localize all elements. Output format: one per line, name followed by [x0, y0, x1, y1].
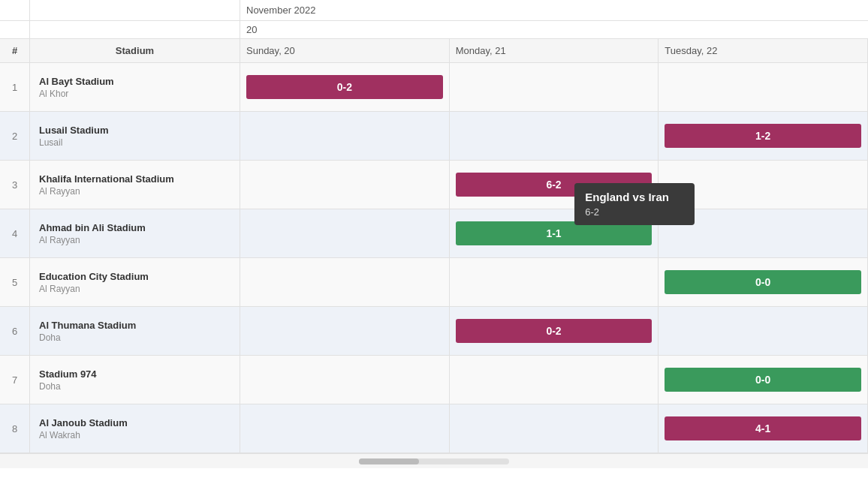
stadium-name: Education City Stadium — [39, 271, 231, 282]
table-row: 4Ahmad bin Ali StadiumAl Rayyan1-1 — [0, 209, 868, 258]
table-row: 7Stadium 974Doha0-0 — [0, 356, 868, 404]
match-cell-r7-d1 — [450, 404, 659, 452]
match-bar[interactable]: 0-0 — [665, 270, 861, 294]
match-cell-r4-d2[interactable]: 0-0 — [659, 258, 868, 306]
stadium-name: Ahmad bin Ali Stadium — [39, 222, 231, 233]
row-num: 1 — [0, 63, 30, 111]
table-row: 2Lusail StadiumLusail1-2 — [0, 112, 868, 161]
row-num: 4 — [0, 209, 30, 257]
month-header: November 2022 — [0, 0, 868, 21]
row-stadium: Lusail StadiumLusail — [30, 112, 240, 160]
rows-container: 1Al Bayt StadiumAl Khor0-22Lusail Stadiu… — [0, 63, 868, 453]
scrollbar-area[interactable] — [0, 453, 868, 468]
day-header-1: Monday, 21 — [450, 39, 659, 62]
match-cell-r1-d1 — [450, 112, 659, 160]
stadium-city: Doha — [39, 332, 231, 343]
month-label: November 2022 — [240, 0, 868, 20]
day-header-2: Tuesday, 22 — [659, 39, 868, 62]
scrollbar-thumb[interactable] — [359, 458, 419, 464]
row-stadium: Stadium 974Doha — [30, 356, 240, 404]
match-cell-r5-d2 — [659, 307, 868, 355]
match-cell-r2-d1[interactable]: England vs Iran6-26-2 — [450, 161, 659, 209]
match-cell-r4-d0 — [240, 258, 450, 306]
table-row: 3Khalifa International StadiumAl RayyanE… — [0, 161, 868, 209]
stadium-city: Doha — [39, 381, 231, 392]
row-stadium: Al Janoub StadiumAl Wakrah — [30, 404, 240, 452]
stadium-name: Al Janoub Stadium — [39, 417, 231, 428]
match-bar[interactable]: 1-2 — [665, 124, 861, 148]
stadium-city: Al Rayyan — [39, 235, 231, 245]
stadium-city: Lusail — [39, 137, 231, 148]
match-cell-r5-d0 — [240, 307, 450, 355]
match-cell-r7-d2[interactable]: 4-1 — [659, 404, 868, 452]
day-num-stadium-cell — [30, 21, 240, 38]
match-bar[interactable]: 0-0 — [665, 368, 861, 392]
row-num: 3 — [0, 161, 30, 209]
scrollbar-track[interactable] — [359, 458, 509, 464]
hash-header: # — [0, 39, 30, 62]
stadium-city: Al Rayyan — [39, 284, 231, 294]
table-row: 6Al Thumana StadiumDoha0-2 — [0, 307, 868, 356]
table-row: 1Al Bayt StadiumAl Khor0-2 — [0, 63, 868, 112]
row-num: 7 — [0, 356, 30, 404]
stadium-city: Al Rayyan — [39, 186, 231, 197]
match-bar[interactable]: 1-1 — [456, 221, 653, 245]
match-cell-r6-d2[interactable]: 0-0 — [659, 356, 868, 404]
match-cell-r4-d1 — [450, 258, 659, 306]
stadium-name: Lusail Stadium — [39, 125, 231, 136]
match-bar[interactable]: 0-2 — [456, 319, 653, 343]
stadium-city: Al Khor — [39, 89, 231, 99]
match-cell-r6-d1 — [450, 356, 659, 404]
table-row: 5Education City StadiumAl Rayyan0-0 — [0, 258, 868, 307]
match-bar[interactable]: 6-2 — [456, 173, 653, 197]
row-stadium: Al Bayt StadiumAl Khor — [30, 63, 240, 111]
match-cell-r5-d1[interactable]: 0-2 — [450, 307, 659, 355]
match-cell-r0-d1 — [450, 63, 659, 111]
match-cell-r1-d0 — [240, 112, 450, 160]
main-container: November 2022 20 # Stadium Sunday, 20 Mo… — [0, 0, 868, 481]
row-stadium: Education City StadiumAl Rayyan — [30, 258, 240, 306]
match-cell-r7-d0 — [240, 404, 450, 452]
match-bar[interactable]: 0-2 — [246, 75, 443, 99]
match-cell-r1-d2[interactable]: 1-2 — [659, 112, 868, 160]
stadium-name: Stadium 974 — [39, 368, 231, 380]
day-header-0: Sunday, 20 — [240, 39, 450, 62]
day-num-header: 20 — [0, 21, 868, 39]
match-cell-r0-d0[interactable]: 0-2 — [240, 63, 450, 111]
stadium-header: Stadium — [30, 39, 240, 62]
row-num: 2 — [0, 112, 30, 160]
month-stadium-cell — [30, 0, 240, 20]
match-cell-r3-d2 — [659, 209, 868, 257]
match-cell-r2-d2 — [659, 161, 868, 209]
match-cell-r2-d0 — [240, 161, 450, 209]
day-num-num-cell — [0, 21, 30, 38]
row-stadium: Ahmad bin Ali StadiumAl Rayyan — [30, 209, 240, 257]
match-cell-r3-d0 — [240, 209, 450, 257]
day-num-label: 20 — [240, 21, 868, 38]
stadium-name: Al Thumana Stadium — [39, 320, 231, 331]
row-num: 5 — [0, 258, 30, 306]
match-cell-r6-d0 — [240, 356, 450, 404]
row-stadium: Khalifa International StadiumAl Rayyan — [30, 161, 240, 209]
stadium-name: Al Bayt Stadium — [39, 76, 231, 87]
month-num-cell — [0, 0, 30, 20]
table-row: 8Al Janoub StadiumAl Wakrah4-1 — [0, 404, 868, 453]
match-cell-r3-d1[interactable]: 1-1 — [450, 209, 659, 257]
days-header: # Stadium Sunday, 20 Monday, 21 Tuesday,… — [0, 39, 868, 63]
stadium-city: Al Wakrah — [39, 430, 231, 440]
row-num: 8 — [0, 404, 30, 452]
match-cell-r0-d2 — [659, 63, 868, 111]
row-num: 6 — [0, 307, 30, 355]
row-stadium: Al Thumana StadiumDoha — [30, 307, 240, 355]
stadium-name: Khalifa International Stadium — [39, 173, 231, 185]
match-bar[interactable]: 4-1 — [665, 416, 861, 440]
